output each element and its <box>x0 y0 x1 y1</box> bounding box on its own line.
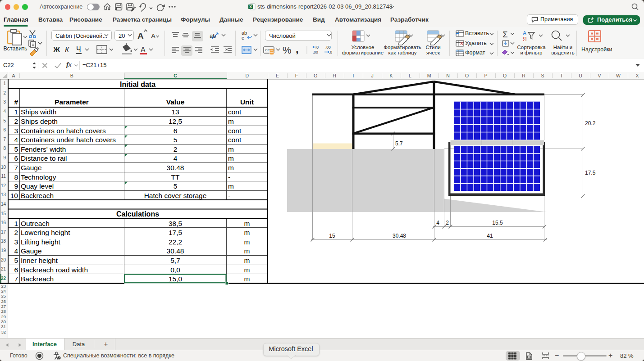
svg-text:17.5: 17.5 <box>585 170 596 176</box>
svg-text:5.7: 5.7 <box>395 140 403 147</box>
svg-text:A: A <box>151 32 155 40</box>
svg-text:А: А <box>523 30 526 36</box>
svg-text:15.5: 15.5 <box>492 220 503 226</box>
svg-text:15: 15 <box>329 233 335 239</box>
svg-text:Ч: Ч <box>76 45 81 53</box>
svg-text:41: 41 <box>487 233 493 239</box>
svg-text:К: К <box>65 46 70 54</box>
svg-text:.00: .00 <box>325 45 331 50</box>
svg-text:%: % <box>283 45 292 56</box>
svg-text:Я: Я <box>523 36 527 42</box>
svg-text:20.2: 20.2 <box>585 120 596 126</box>
svg-text:А: А <box>141 46 146 54</box>
svg-text:Ж: Ж <box>53 45 60 54</box>
svg-text:A: A <box>137 31 144 41</box>
svg-text:,: , <box>296 43 299 55</box>
svg-text:Σ: Σ <box>502 30 508 39</box>
svg-text:.0: .0 <box>329 50 332 54</box>
svg-text:4: 4 <box>436 220 439 226</box>
svg-text:.00: .00 <box>313 50 318 54</box>
svg-text:30.48: 30.48 <box>393 233 406 239</box>
svg-text:c: c <box>242 35 244 41</box>
svg-text:X: X <box>249 5 252 9</box>
svg-text:2: 2 <box>446 220 449 226</box>
